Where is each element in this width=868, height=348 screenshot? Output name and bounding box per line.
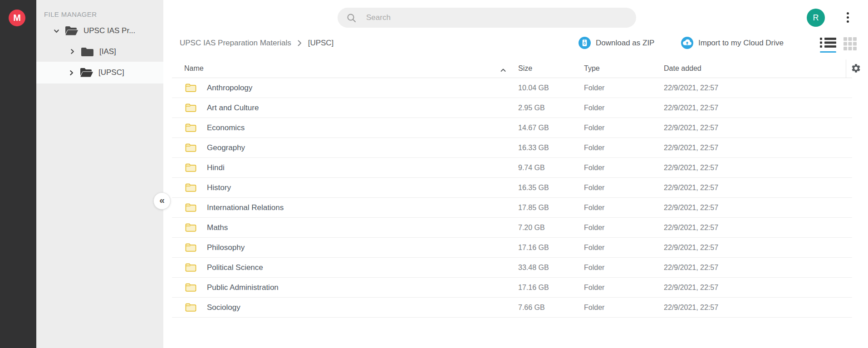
file-size: 17.16 GB [518, 284, 549, 292]
file-date: 22/9/2021, 22:57 [664, 304, 718, 312]
table-header: Name Size Type Date added [172, 59, 852, 78]
table-row[interactable]: Hindi 9.74 GB Folder 22/9/2021, 22:57 [172, 158, 852, 178]
table-row[interactable]: Economics 14.67 GB Folder 22/9/2021, 22:… [172, 118, 852, 138]
grid-view-icon [843, 37, 857, 51]
file-date: 22/9/2021, 22:57 [664, 264, 718, 272]
chevron-down-icon[interactable] [54, 28, 59, 34]
file-type: Folder [584, 224, 604, 232]
avatar[interactable]: R [807, 9, 825, 27]
file-type: Folder [584, 304, 604, 312]
table-row[interactable]: International Relations 17.85 GB Folder … [172, 198, 852, 218]
file-table: Name Size Type Date added Anthropology 1… [172, 59, 852, 318]
folder-icon [185, 143, 196, 152]
file-size: 2.95 GB [518, 104, 545, 112]
grid-view-toggle[interactable] [843, 37, 857, 53]
file-name: Philosophy [207, 243, 245, 252]
chevron-right-icon [298, 40, 302, 46]
file-type: Folder [584, 184, 604, 192]
table-row[interactable]: Public Administration 17.16 GB Folder 22… [172, 278, 852, 298]
chevron-right-icon[interactable] [69, 49, 75, 54]
file-size: 10.04 GB [518, 84, 549, 92]
folder-icon [185, 163, 196, 172]
file-type: Folder [584, 104, 604, 112]
tree-item-root[interactable]: UPSC IAS Pr... [36, 20, 163, 41]
download-as-zip-label: Download as ZIP [596, 39, 654, 48]
file-date: 22/9/2021, 22:57 [664, 84, 718, 92]
file-list: Anthropology 10.04 GB Folder 22/9/2021, … [172, 78, 852, 318]
file-name: Maths [207, 223, 228, 232]
table-row[interactable]: Sociology 7.66 GB Folder 22/9/2021, 22:5… [172, 298, 852, 318]
column-header-date[interactable]: Date added [664, 64, 701, 73]
file-date: 22/9/2021, 22:57 [664, 144, 718, 152]
folder-icon [185, 223, 196, 232]
gear-icon[interactable] [851, 63, 861, 75]
breadcrumb-item-current[interactable]: [UPSC] [308, 39, 334, 48]
file-type: Folder [584, 164, 604, 172]
file-date: 22/9/2021, 22:57 [664, 184, 718, 192]
file-size: 16.35 GB [518, 184, 549, 192]
sort-asc-icon[interactable] [500, 66, 506, 74]
table-row[interactable]: Political Science 33.48 GB Folder 22/9/2… [172, 258, 852, 278]
search-icon [347, 13, 356, 23]
list-view-icon [820, 37, 836, 48]
file-name: Political Science [207, 263, 263, 272]
file-type: Folder [584, 264, 604, 272]
file-type: Folder [584, 144, 604, 152]
table-row[interactable]: Philosophy 17.16 GB Folder 22/9/2021, 22… [172, 238, 852, 258]
file-size: 33.48 GB [518, 264, 549, 272]
file-type: Folder [584, 204, 604, 212]
import-to-cloud-drive-button[interactable]: Import to my Cloud Drive [681, 37, 784, 49]
active-view-underline [820, 51, 836, 53]
sidebar-collapse-button[interactable]: « [153, 192, 171, 210]
tree-item-label: [IAS] [99, 47, 116, 56]
file-name: Geography [207, 143, 245, 152]
cloud-upload-icon [681, 37, 693, 49]
table-row[interactable]: Geography 16.33 GB Folder 22/9/2021, 22:… [172, 138, 852, 158]
column-header-size[interactable]: Size [518, 64, 532, 73]
tree-item-ias[interactable]: [IAS] [36, 41, 163, 62]
file-size: 9.74 GB [518, 164, 545, 172]
tree-item-label: [UPSC] [98, 68, 124, 77]
folder-open-icon [64, 25, 78, 36]
folder-icon [185, 83, 196, 93]
header-divider [846, 59, 846, 78]
main-content: R UPSC IAS Preparation Materials [UPSC] … [163, 0, 868, 348]
file-size: 17.85 GB [518, 204, 549, 212]
file-size: 17.16 GB [518, 244, 549, 252]
folder-icon [185, 103, 196, 113]
file-date: 22/9/2021, 22:57 [664, 284, 718, 292]
chevron-right-icon[interactable] [69, 70, 74, 76]
column-header-type[interactable]: Type [584, 64, 600, 73]
download-as-zip-button[interactable]: Download as ZIP [579, 37, 654, 49]
table-row[interactable]: Anthropology 10.04 GB Folder 22/9/2021, … [172, 78, 852, 98]
table-row[interactable]: History 16.35 GB Folder 22/9/2021, 22:57 [172, 178, 852, 198]
file-name: History [207, 183, 231, 192]
search-input[interactable] [366, 13, 611, 22]
file-date: 22/9/2021, 22:57 [664, 124, 718, 132]
tree-item-upsc-selected[interactable]: [UPSC] [36, 62, 163, 83]
file-size: 7.20 GB [518, 224, 545, 232]
column-header-name[interactable]: Name [184, 64, 204, 73]
file-name: Economics [207, 123, 245, 132]
folder-icon [185, 263, 196, 272]
table-row[interactable]: Art and Culture 2.95 GB Folder 22/9/2021… [172, 98, 852, 118]
kebab-menu-icon[interactable] [847, 12, 849, 25]
folder-open-icon [79, 67, 93, 78]
file-type: Folder [584, 84, 604, 92]
tree-item-label: UPSC IAS Pr... [83, 26, 135, 35]
search-bar[interactable] [338, 8, 636, 28]
file-date: 22/9/2021, 22:57 [664, 224, 718, 232]
file-name: International Relations [207, 203, 284, 212]
folder-icon [185, 303, 196, 312]
file-size: 7.66 GB [518, 304, 545, 312]
list-view-toggle[interactable] [820, 37, 836, 53]
file-type: Folder [584, 244, 604, 252]
breadcrumb-item-root[interactable]: UPSC IAS Preparation Materials [180, 39, 291, 48]
breadcrumb: UPSC IAS Preparation Materials [UPSC] [180, 39, 333, 48]
mega-logo[interactable]: M [9, 10, 25, 26]
folder-icon [185, 243, 196, 252]
folder-icon [185, 123, 196, 132]
folder-icon [185, 203, 196, 212]
table-row[interactable]: Maths 7.20 GB Folder 22/9/2021, 22:57 [172, 218, 852, 238]
file-type: Folder [584, 124, 604, 132]
